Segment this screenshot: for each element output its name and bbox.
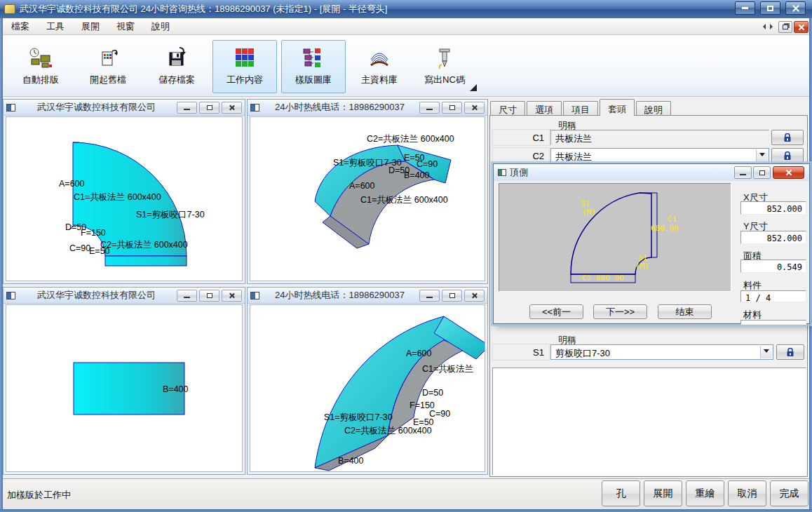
child-restore-button[interactable] (442, 290, 462, 302)
template-library-button[interactable]: 樣版圖庫 (281, 40, 346, 93)
drawing-canvas[interactable]: A=600 C1=共板法兰 600x400 S1=剪板咬口7-30 D=50 F… (6, 116, 243, 281)
minimize-button[interactable] (735, 1, 755, 15)
child-window-title: 24小时热线电话：18986290037 (262, 289, 417, 302)
drawing-canvas[interactable]: C2=共板法兰 600x400 S1=剪板咬口7-30 E=50 C=90 D=… (250, 116, 485, 281)
material-field (740, 320, 806, 325)
restore-icon (207, 105, 212, 110)
auto-nest-icon (29, 47, 53, 72)
restore-icon (207, 293, 212, 298)
statusbar: 加樣版於工作中 孔 展開 重繪 取消 完成 (0, 478, 812, 509)
tab-options[interactable]: 選項 (527, 101, 562, 116)
child-close-button[interactable] (222, 102, 242, 114)
child-restore-button[interactable] (199, 290, 219, 302)
open-file-button[interactable]: 開起舊檔 (76, 40, 140, 93)
child-close-button[interactable] (464, 102, 485, 114)
toolbar-button-label: 開起舊檔 (90, 74, 126, 86)
toolbar-button-label: 主資料庫 (361, 74, 398, 86)
child-restore-button[interactable] (442, 102, 462, 114)
menu-file[interactable]: 檔案 (11, 20, 29, 33)
close-icon (229, 292, 235, 299)
tab-items[interactable]: 項目 (563, 101, 598, 116)
drawing-canvas[interactable]: B=400 (6, 304, 243, 472)
child-restore-button[interactable] (199, 102, 219, 114)
lock-icon (783, 133, 792, 142)
c1-value-field[interactable]: 共板法兰 (550, 130, 769, 145)
tab-connectors[interactable]: 套頭 (600, 99, 635, 116)
child-close-button[interactable] (222, 290, 242, 302)
restore-icon (449, 105, 455, 110)
auto-nest-button[interactable]: 自動排版 (8, 40, 73, 93)
toolbar-button-label: 樣版圖庫 (295, 74, 332, 86)
complete-button[interactable]: 完成 (770, 480, 808, 506)
child-titlebar[interactable]: 24小时热线电话：18986290037 (248, 100, 487, 116)
dialog-close-button[interactable] (773, 166, 804, 179)
toolbar-overflow-icon[interactable] (470, 84, 477, 91)
child-titlebar[interactable]: 武汉华宇诚数控科技有限公司 (4, 288, 245, 304)
s1-lock-button[interactable] (776, 344, 804, 360)
minimize-icon (184, 109, 190, 110)
cancel-button[interactable]: 取消 (728, 480, 766, 506)
drawing-canvas[interactable]: A=600 C1=共板法兰 D=50 F=150 C=90 S1=剪板咬口7-3… (250, 304, 485, 472)
chevron-down-icon[interactable] (760, 346, 772, 358)
child-titlebar[interactable]: 武汉华宇诚数控科技有限公司 (4, 100, 245, 116)
close-button[interactable] (785, 1, 806, 15)
unfold-button[interactable]: 展開 (644, 480, 682, 506)
child-close-button[interactable] (794, 21, 808, 33)
elbow-3d-drawing (250, 305, 485, 472)
child-window-icon (250, 104, 259, 112)
c2-combo[interactable]: 共板法兰 (550, 148, 769, 163)
s1-combo[interactable]: 剪板咬口7-30 (550, 344, 773, 360)
menu-help[interactable]: 說明 (151, 20, 170, 33)
dialog-restore-button[interactable] (753, 166, 771, 179)
dim-label: S1=剪板咬口7-30 (324, 412, 393, 424)
dim-label: A=600 (349, 181, 375, 191)
finish-button[interactable]: 结束 (658, 304, 712, 319)
child-restore-button[interactable] (778, 21, 792, 33)
close-icon (471, 292, 478, 299)
child-minimize-button[interactable] (177, 290, 197, 302)
scroll-right-icon[interactable] (770, 24, 776, 29)
dim-label: C2=共板法兰 600x400 (344, 425, 432, 437)
close-icon (799, 25, 804, 30)
window-title: 武汉华宇诚数控科技有限公司 24小时咨询热线：18986290037 (未指定1… (20, 3, 387, 15)
dim-label: E=50 (89, 246, 110, 256)
child-titlebar[interactable]: 24小时热线电话：18986290037 (248, 288, 487, 304)
previous-button[interactable]: <<前一 (529, 304, 583, 319)
child-window-title: 武汉华宇诚数控科技有限公司 (18, 101, 175, 114)
write-nc-code-button[interactable]: 寫出NC碼 (412, 40, 477, 93)
top-side-dialog[interactable]: 頂側 S1 (M) C1 600.00 S1 (M) C2 600 00 <<前… (493, 163, 810, 324)
window-frame-left (0, 18, 3, 512)
work-content-button[interactable]: 工作内容 (212, 40, 277, 93)
tab-dimensions[interactable]: 尺寸 (490, 101, 525, 116)
save-file-button[interactable]: 儲存檔案 (144, 40, 209, 93)
child-minimize-button[interactable] (419, 102, 440, 114)
c1-lock-button[interactable] (771, 130, 804, 145)
dim-label: C1=共板法兰 (422, 363, 473, 375)
child-close-button[interactable] (464, 290, 485, 302)
c2-lock-button[interactable] (771, 148, 804, 163)
restore-icon (759, 170, 765, 175)
seam-sublabel: (M) (635, 262, 649, 271)
next-button[interactable]: 下一>> (593, 304, 647, 319)
tab-notes[interactable]: 說明 (636, 101, 671, 116)
restore-icon (449, 293, 455, 298)
lock-icon (786, 348, 794, 357)
dim-label: D=50 (422, 388, 443, 398)
scroll-left-icon[interactable] (760, 24, 766, 29)
child-minimize-button[interactable] (177, 102, 197, 114)
hole-button[interactable]: 孔 (602, 480, 640, 506)
minimize-icon (426, 109, 433, 110)
panel-tabs: 尺寸 選項 項目 套頭 說明 (490, 99, 672, 116)
main-database-button[interactable]: 主資料庫 (347, 40, 412, 93)
child-minimize-button[interactable] (419, 290, 440, 302)
window-flat-rect: 武汉华宇诚数控科技有限公司 B=400 (3, 287, 245, 475)
chevron-down-icon[interactable] (756, 149, 768, 162)
menu-tools[interactable]: 工具 (46, 20, 65, 33)
menu-window[interactable]: 視窗 (116, 20, 135, 33)
maximize-button[interactable] (760, 1, 780, 15)
application-window: 武汉华宇诚数控科技有限公司 24小时咨询热线：18986290037 (未指定1… (0, 0, 812, 512)
row-key-c1: C1 (492, 129, 550, 146)
menu-unfold[interactable]: 展開 (81, 20, 100, 33)
redraw-button[interactable]: 重繪 (686, 480, 724, 506)
dialog-minimize-button[interactable] (734, 166, 752, 179)
